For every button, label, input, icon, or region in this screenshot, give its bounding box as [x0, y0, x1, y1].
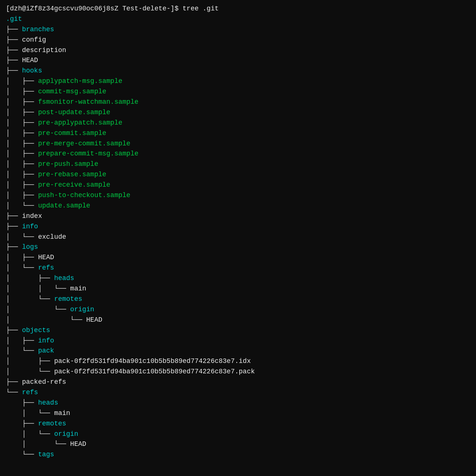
tree-line: └── tags [6, 450, 470, 460]
tree-line: │ ├── post-update.sample [6, 107, 470, 118]
tree-line: │ ├── pre-merge-commit.sample [6, 139, 470, 149]
tree-line: ├── HEAD [6, 55, 470, 66]
tree-line: │ ├── heads [6, 273, 470, 284]
tree-line: ├── hooks [6, 66, 470, 76]
tree-line: ├── info [6, 222, 470, 232]
tree-line: │ └── pack [6, 346, 470, 356]
tree-line: │ └── origin [6, 429, 470, 440]
tree-line: │ └── remotes [6, 294, 470, 305]
tree-line: │ ├── HEAD [6, 253, 470, 263]
tree-line: │ ├── pre-receive.sample [6, 180, 470, 190]
tree-line: │ │ └── main [6, 284, 470, 294]
tree-line: ├── description [6, 45, 470, 56]
tree-line: │ ├── fsmonitor-watchman.sample [6, 97, 470, 107]
terminal-window: [dzh@iZf8z34gcscvu90oc06j8sZ Test-delete… [6, 4, 470, 460]
tree-line: │ └── refs [6, 263, 470, 273]
tree-line: │ └── HEAD [6, 439, 470, 450]
tree-line: ├── packed-refs [6, 377, 470, 387]
tree-line: │ ├── pre-rebase.sample [6, 170, 470, 180]
tree-line: ├── config [6, 35, 470, 45]
tree-line: ├── remotes [6, 419, 470, 429]
tree-line: ├── logs [6, 242, 470, 253]
tree-line: │ ├── prepare-commit-msg.sample [6, 149, 470, 159]
prompt-line: [dzh@iZf8z34gcscvu90oc06j8sZ Test-delete… [6, 5, 219, 12]
tree-line: ├── branches [6, 25, 470, 35]
tree-line: │ └── main [6, 408, 470, 419]
tree-line: │ ├── applypatch-msg.sample [6, 76, 470, 87]
tree-line: │ └── update.sample [6, 201, 470, 211]
tree-line: │ └── exclude [6, 232, 470, 242]
tree-line: │ ├── pre-applypatch.sample [6, 118, 470, 128]
tree-line: │ └── origin [6, 305, 470, 315]
tree-line: │ ├── info [6, 336, 470, 346]
tree-line: │ ├── push-to-checkout.sample [6, 190, 470, 201]
tree-output: .git├── branches├── config├── descriptio… [6, 14, 470, 460]
tree-line: └── refs [6, 387, 470, 398]
tree-line: │ ├── commit-msg.sample [6, 87, 470, 97]
tree-line: ├── objects [6, 325, 470, 336]
tree-line: │ └── pack-0f2fd531fd94ba901c10b5b5b89ed… [6, 367, 470, 377]
tree-line: │ └── HEAD [6, 315, 470, 325]
tree-line: ├── index [6, 211, 470, 222]
tree-line: .git [6, 14, 470, 25]
tree-line: ├── heads [6, 398, 470, 408]
tree-line: │ ├── pre-commit.sample [6, 128, 470, 139]
tree-line: │ ├── pack-0f2fd531fd94ba901c10b5b5b89ed… [6, 356, 470, 367]
tree-line: │ ├── pre-push.sample [6, 159, 470, 170]
